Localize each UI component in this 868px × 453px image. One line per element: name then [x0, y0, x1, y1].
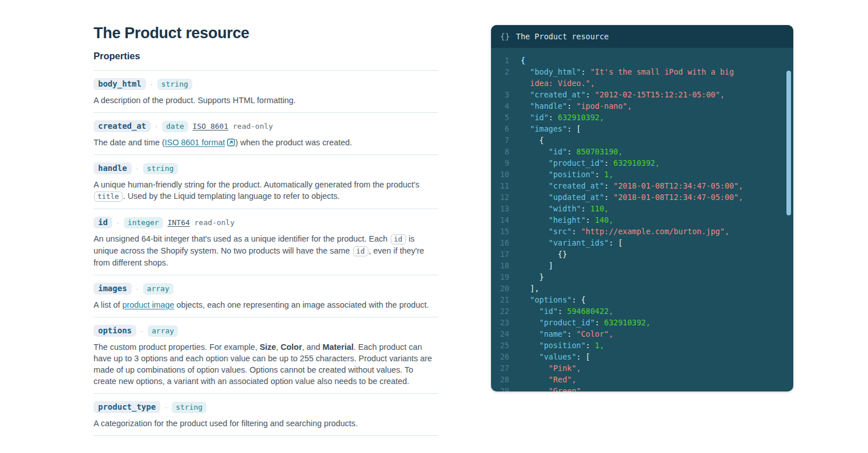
format-link[interactable]: INT64	[168, 218, 190, 227]
line-number: 21	[498, 294, 509, 305]
line-number: 3	[498, 89, 509, 100]
format-link[interactable]: ISO 8601	[193, 122, 229, 130]
token-punctuation: :	[567, 101, 576, 111]
code-content: "created_at": "2012-02-15T15:12:21-05:00…	[521, 89, 748, 100]
separator-dot: ·	[141, 327, 143, 335]
token-punctuation: ],	[530, 284, 539, 293]
code-content: "options": {	[521, 294, 748, 305]
property-name-badge: body_html	[94, 78, 146, 90]
line-number: 29	[498, 385, 509, 391]
property-row: created_at·dateISO 8601read-onlyThe date…	[94, 113, 438, 155]
code-content: "position": 1,	[521, 340, 748, 351]
line-number: 19	[498, 271, 509, 283]
line-number: 25	[498, 340, 509, 351]
code-line: 27"Pink",	[498, 362, 776, 374]
code-line: 5"id": 632910392,	[498, 112, 776, 123]
line-number: 6	[498, 123, 509, 134]
token-key: "created_at"	[530, 90, 586, 99]
code-line: 2"body_html": "It's the small iPod with …	[498, 66, 776, 89]
line-number: 8	[498, 146, 509, 157]
type-badge: date	[162, 121, 188, 132]
property-header: handle·string	[94, 162, 438, 174]
token-key: "images"	[530, 124, 567, 133]
token-string: "Green"	[549, 386, 581, 391]
inline-code: id	[391, 234, 406, 244]
code-line: 29"Green"	[498, 385, 776, 391]
code-content: "body_html": "It's the small iPod with a…	[521, 66, 748, 89]
token-string: "ipod-nano",	[577, 101, 632, 111]
token-punctuation: :	[567, 329, 576, 338]
code-content: {	[521, 134, 748, 146]
code-content: "updated_at": "2018-01-08T12:34:47-05:00…	[521, 191, 748, 203]
code-panel-header: {} The Product resource	[491, 25, 793, 48]
token-punctuation: {	[540, 136, 544, 145]
code-line: 24"name": "Color",	[498, 328, 776, 340]
type-badge: array	[148, 325, 178, 337]
token-number: 632910392,	[614, 158, 660, 168]
token-punctuation: :	[558, 307, 567, 316]
line-number: 13	[498, 203, 509, 214]
token-key: "id"	[530, 113, 549, 122]
braces-icon: {}	[500, 32, 510, 41]
token-number: 110,	[590, 204, 609, 213]
line-number: 4	[498, 100, 509, 112]
code-line: 26"values": [	[498, 351, 776, 362]
code-line: 6"images": [	[498, 123, 776, 134]
code-content: "position": 1,	[521, 169, 748, 180]
property-description: The custom product properties. For examp…	[94, 341, 438, 387]
code-line: 28"Red",	[498, 374, 776, 385]
token-key: "id"	[540, 307, 558, 316]
token-key: "name"	[540, 329, 567, 338]
token-number: 140,	[595, 215, 614, 225]
token-punctuation: :	[549, 113, 558, 122]
token-key: "values"	[540, 352, 577, 361]
separator-dot: ·	[151, 80, 153, 88]
separator-dot: ·	[117, 219, 119, 227]
token-key: "width"	[549, 204, 581, 213]
token-number: 632910392,	[558, 113, 604, 122]
token-punctuation: :	[586, 341, 595, 350]
property-header: body_html·string	[94, 78, 438, 90]
code-line: 12"updated_at": "2018-01-08T12:34:47-05:…	[498, 191, 776, 203]
separator-dot: ·	[165, 403, 167, 411]
page-title: The Product resource	[94, 24, 438, 42]
bold-text: Color	[281, 342, 302, 352]
code-line: 25"position": 1,	[498, 340, 776, 351]
property-row: options·arrayThe custom product properti…	[94, 317, 438, 394]
code-line: 20],	[498, 283, 776, 294]
token-punctuation: :	[604, 181, 613, 190]
property-description: A description of the product. Supports H…	[94, 95, 438, 106]
line-number: 20	[498, 283, 509, 294]
property-header: id·integerINT64read-only	[94, 217, 438, 228]
token-punctuation: :	[586, 90, 595, 99]
token-punctuation: : [	[577, 352, 590, 361]
link[interactable]: product image	[122, 300, 174, 309]
code-example-panel: {} The Product resource 1{2"body_html": …	[491, 25, 793, 391]
code-line: 3"created_at": "2012-02-15T15:12:21-05:0…	[498, 89, 776, 100]
token-key: "id"	[549, 147, 567, 156]
line-number: 16	[498, 237, 509, 248]
token-string: "2018-01-08T12:34:47-05:00",	[614, 181, 744, 190]
link[interactable]: ISO 8601 format	[165, 138, 236, 147]
token-punctuation: :	[604, 193, 613, 202]
code-line: 23"product_id": 632910392,	[498, 317, 776, 328]
code-content: {	[521, 55, 748, 66]
property-header: created_at·dateISO 8601read-only	[94, 120, 438, 132]
code-line: 10"position": 1,	[498, 169, 776, 180]
token-key: "updated_at"	[549, 193, 605, 202]
section-heading: Properties	[94, 51, 438, 62]
token-punctuation: :	[581, 67, 590, 76]
line-number: 15	[498, 226, 509, 237]
code-content: "id": 632910392,	[521, 112, 748, 123]
token-string: "Color",	[577, 329, 614, 338]
code-line: 11"created_at": "2018-01-08T12:34:47-05:…	[498, 180, 776, 191]
line-number: 12	[498, 191, 509, 203]
code-line: 4"handle": "ipod-nano",	[498, 100, 776, 112]
inline-code: title	[94, 191, 123, 202]
code-content: ],	[521, 283, 748, 294]
code-content: "width": 110,	[521, 203, 748, 214]
scrollbar-thumb[interactable]	[786, 71, 791, 215]
code-content: }	[521, 271, 748, 283]
line-number: 22	[498, 305, 509, 317]
property-row: handle·stringA unique human-friendly str…	[94, 155, 438, 209]
